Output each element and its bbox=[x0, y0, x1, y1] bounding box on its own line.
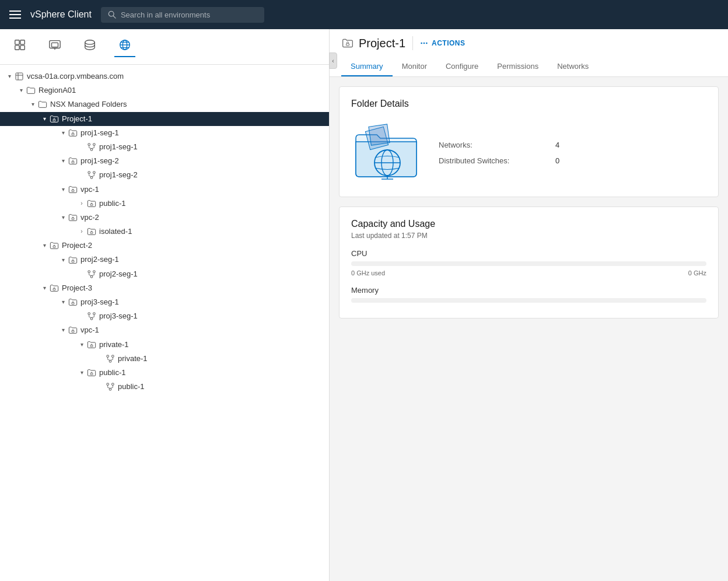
tree-chevron-isolated1: › bbox=[77, 228, 86, 236]
app-title: vSphere Client bbox=[30, 9, 92, 20]
title-folder-icon bbox=[341, 37, 354, 50]
svg-rect-35 bbox=[90, 204, 93, 205]
tree-chevron-proj1-seg2-parent: ▾ bbox=[58, 157, 68, 165]
svg-rect-39 bbox=[72, 260, 74, 262]
tab-configure[interactable]: Configure bbox=[436, 57, 488, 76]
tree-label-public1: public-1 bbox=[99, 198, 329, 209]
header-divider bbox=[412, 36, 413, 50]
svg-line-64 bbox=[110, 359, 113, 360]
tree-item-project2[interactable]: ▾Project-2 bbox=[0, 239, 329, 253]
svg-rect-4 bbox=[15, 46, 19, 50]
svg-rect-18 bbox=[72, 134, 74, 135]
cpu-used-label: 0 GHz used bbox=[351, 270, 385, 276]
svg-point-10 bbox=[85, 40, 95, 44]
tree-item-vcsa[interactable]: ▾vcsa-01a.corp.vmbeans.com bbox=[0, 69, 329, 83]
switches-stat-label: Distributed Switches: bbox=[439, 156, 532, 165]
tree-chevron-project1: ▾ bbox=[40, 115, 49, 123]
detail-tabs: SummaryMonitorConfigurePermissionsNetwor… bbox=[341, 57, 716, 76]
tree-label-private1-child: private-1 bbox=[118, 354, 329, 364]
svg-rect-14 bbox=[16, 73, 23, 80]
nav-icon-vms[interactable] bbox=[44, 36, 65, 57]
tree-item-project1[interactable]: ▾Project-1 bbox=[0, 112, 329, 126]
tab-monitor[interactable]: Monitor bbox=[393, 57, 436, 76]
cpu-label: CPU bbox=[351, 249, 706, 258]
tree-icon-project3 bbox=[49, 283, 60, 293]
svg-rect-42 bbox=[90, 275, 92, 277]
tree-icon-proj1-seg1-parent bbox=[68, 128, 78, 138]
tab-networks[interactable]: Networks bbox=[548, 57, 598, 76]
tree-icon-project1 bbox=[49, 114, 60, 124]
project-title: Project-1 bbox=[359, 37, 405, 50]
right-panel: Project-1 ACTIONS SummaryMonitorConfigur… bbox=[330, 29, 728, 581]
tree-item-vpc1-3[interactable]: ▾vpc-1 bbox=[0, 323, 329, 337]
svg-line-54 bbox=[89, 317, 92, 318]
tree-chevron-proj1-seg1-parent: ▾ bbox=[58, 129, 68, 137]
tree-item-isolated1[interactable]: ›isolated-1 bbox=[0, 225, 329, 239]
svg-line-71 bbox=[108, 388, 110, 388]
tree-label-project2: Project-2 bbox=[62, 240, 329, 251]
tree-label-vpc1: vpc-1 bbox=[80, 184, 329, 195]
tree-item-public1[interactable]: ›public-1 bbox=[0, 197, 329, 211]
svg-rect-21 bbox=[90, 149, 92, 150]
tree-item-public1-p3-child[interactable]: ▾public-1 bbox=[0, 380, 329, 394]
tree-icon-proj2-seg1-parent bbox=[68, 255, 78, 265]
tree-label-public1-p3: public-1 bbox=[99, 368, 329, 378]
svg-line-55 bbox=[92, 317, 94, 318]
svg-rect-27 bbox=[88, 172, 90, 173]
tree-icon-public1-p3 bbox=[86, 368, 97, 378]
tree-item-proj1-seg2-child[interactable]: ▾proj1-seg-2 bbox=[0, 168, 329, 182]
actions-button[interactable]: ACTIONS bbox=[420, 39, 466, 47]
tree-icon-vpc1-3 bbox=[68, 325, 78, 335]
svg-rect-47 bbox=[53, 289, 55, 290]
svg-rect-58 bbox=[107, 355, 108, 357]
tab-summary[interactable]: Summary bbox=[341, 57, 393, 76]
nav-icon-storage[interactable] bbox=[79, 36, 100, 57]
page-title: Project-1 bbox=[341, 37, 405, 50]
tree-icon-private1-parent bbox=[86, 340, 97, 350]
tree-label-isolated1: isolated-1 bbox=[99, 226, 329, 237]
svg-line-45 bbox=[89, 275, 92, 275]
global-search[interactable]: Search in all environments bbox=[101, 7, 264, 23]
folder-stats: Networks: 4 Distributed Switches: 0 bbox=[439, 141, 559, 165]
tree-label-proj2-seg1-child: proj2-seg-1 bbox=[99, 269, 329, 279]
svg-rect-5 bbox=[20, 46, 24, 50]
svg-line-46 bbox=[92, 275, 94, 275]
collapse-button[interactable]: ‹ bbox=[329, 52, 337, 69]
svg-rect-3 bbox=[20, 40, 24, 44]
cpu-total-label: 0 GHz bbox=[688, 270, 706, 276]
tree-item-vpc2[interactable]: ▾vpc-2 bbox=[0, 211, 329, 225]
tree-item-region[interactable]: ▾RegionA01 bbox=[0, 83, 329, 97]
topbar: vSphere Client Search in all environment… bbox=[0, 0, 728, 29]
tree-container: ▾vcsa-01a.corp.vmbeans.com▾RegionA01▾NSX… bbox=[0, 65, 329, 581]
tree-item-proj2-seg1-child[interactable]: ▾proj2-seg-1 bbox=[0, 267, 329, 281]
svg-rect-57 bbox=[90, 345, 93, 346]
networks-stat-label: Networks: bbox=[439, 141, 532, 149]
svg-line-33 bbox=[92, 176, 94, 177]
tree-icon-vpc2 bbox=[68, 212, 78, 223]
tree-label-vpc1-3: vpc-1 bbox=[80, 325, 329, 335]
tree-item-private1-parent[interactable]: ▾private-1 bbox=[0, 338, 329, 352]
tree-item-proj1-seg1-parent[interactable]: ▾proj1-seg-1 bbox=[0, 126, 329, 140]
tree-item-proj2-seg1-parent[interactable]: ▾proj2-seg-1 bbox=[0, 253, 329, 267]
tree-item-proj1-seg1-child[interactable]: ▾proj1-seg-1 bbox=[0, 140, 329, 154]
svg-rect-60 bbox=[109, 360, 111, 362]
tree-icon-proj1-seg2-child bbox=[86, 170, 97, 180]
tree-item-proj1-seg2-parent[interactable]: ▾proj1-seg-2 bbox=[0, 154, 329, 168]
nav-icon-inventory[interactable] bbox=[9, 36, 30, 57]
tree-item-public1-p3[interactable]: ▾public-1 bbox=[0, 366, 329, 380]
tree-item-proj3-seg1-child[interactable]: ▾proj3-seg-1 bbox=[0, 309, 329, 323]
tab-permissions[interactable]: Permissions bbox=[488, 57, 548, 76]
tree-item-project3[interactable]: ▾Project-3 bbox=[0, 281, 329, 295]
tree-item-private1-child[interactable]: ▾private-1 bbox=[0, 352, 329, 366]
svg-rect-7 bbox=[52, 43, 58, 47]
tree-item-nsx[interactable]: ▾NSX Managed Folders bbox=[0, 97, 329, 111]
tree-item-proj3-seg1-parent[interactable]: ▾proj3-seg-1 bbox=[0, 295, 329, 309]
cpu-progress-labels: 0 GHz used 0 GHz bbox=[351, 270, 706, 276]
search-placeholder: Search in all environments bbox=[121, 10, 210, 19]
tree-item-vpc1[interactable]: ▾vpc-1 bbox=[0, 183, 329, 197]
nav-icon-networks[interactable] bbox=[114, 36, 135, 57]
tree-icon-proj2-seg1-child bbox=[86, 269, 97, 279]
tree-icon-region bbox=[26, 85, 36, 96]
actions-dots-icon bbox=[420, 39, 428, 47]
menu-button[interactable] bbox=[9, 10, 21, 19]
